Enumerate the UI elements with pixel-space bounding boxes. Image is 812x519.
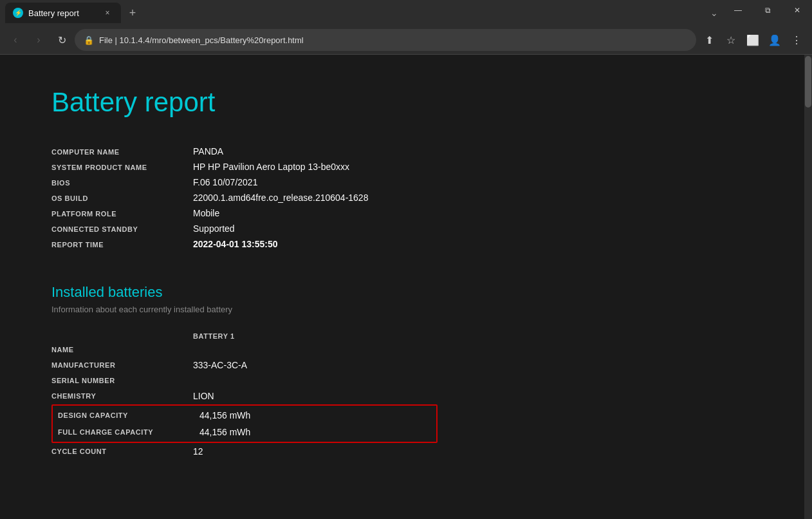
info-row-platform-role: PLATFORM ROLE Mobile [51, 205, 761, 221]
battery-col-header: BATTERY 1 [193, 332, 235, 340]
value-design-capacity: 44,156 mWh [199, 410, 328, 420]
restore-button[interactable]: ⧉ [753, 0, 782, 21]
close-button[interactable]: ✕ [782, 0, 812, 21]
info-row-bios: BIOS F.06 10/07/2021 [51, 175, 761, 190]
value-full-charge-capacity: 44,156 mWh [199, 427, 328, 437]
label-cycle-count: CYCLE COUNT [51, 448, 193, 455]
minimize-button[interactable]: — [723, 0, 753, 21]
scrollbar[interactable] [804, 55, 812, 519]
split-view-button[interactable]: ⬜ [743, 30, 763, 50]
value-cycle-count: 12 [193, 446, 322, 457]
label-system-product-name: SYSTEM PRODUCT NAME [51, 164, 193, 171]
battery-table: BATTERY 1 NAME MANUFACTURER 333-AC-3C-A … [51, 330, 438, 460]
battery-row-full-charge-capacity: FULL CHARGE CAPACITY 44,156 mWh [53, 424, 436, 440]
share-button[interactable]: ⬆ [699, 30, 719, 50]
tab-title: Battery report [28, 8, 97, 18]
label-bios: BIOS [51, 179, 193, 187]
browser-chrome: ⚡ Battery report × + ⌄ — ⧉ ✕ ‹ › ↻ 🔒 Fil… [0, 0, 812, 55]
value-platform-role: Mobile [193, 208, 219, 218]
battery-row-serial-number: SERIAL NUMBER [51, 373, 438, 388]
bookmark-button[interactable]: ☆ [721, 30, 741, 50]
info-row-os-build: OS BUILD 22000.1.amd64fre.co_release.210… [51, 190, 761, 205]
value-system-product-name: HP HP Pavilion Aero Laptop 13-be0xxx [193, 162, 349, 172]
info-row-computer-name: COMPUTER NAME PANDA [51, 144, 761, 159]
highlighted-capacity-rows: DESIGN CAPACITY 44,156 mWh FULL CHARGE C… [51, 404, 438, 443]
page-wrapper: Battery report COMPUTER NAME PANDA SYSTE… [0, 55, 812, 519]
installed-batteries-title: Installed batteries [51, 284, 761, 301]
battery-col-label-spacer [51, 332, 193, 340]
installed-batteries-subtitle: Information about each currently install… [51, 305, 761, 314]
label-name: NAME [51, 346, 193, 354]
label-design-capacity: DESIGN CAPACITY [58, 411, 199, 419]
value-report-time: 2022-04-01 13:55:50 [193, 239, 278, 249]
nav-actions: ⬆ ☆ ⬜ 👤 ⋮ [699, 30, 807, 50]
tab-favicon: ⚡ [13, 8, 23, 18]
value-connected-standby: Supported [193, 223, 235, 234]
value-bios: F.06 10/07/2021 [193, 177, 257, 187]
value-os-build: 22000.1.amd64fre.co_release.210604-1628 [193, 193, 368, 203]
value-computer-name: PANDA [193, 146, 223, 156]
label-full-charge-capacity: FULL CHARGE CAPACITY [58, 428, 199, 436]
battery-row-design-capacity: DESIGN CAPACITY 44,156 mWh [53, 407, 436, 424]
label-serial-number: SERIAL NUMBER [51, 377, 193, 384]
value-chemistry: LION [193, 391, 322, 401]
forward-button[interactable]: › [28, 30, 49, 50]
system-info-table: COMPUTER NAME PANDA SYSTEM PRODUCT NAME … [51, 144, 761, 252]
info-row-connected-standby: CONNECTED STANDBY Supported [51, 221, 761, 236]
nav-bar: ‹ › ↻ 🔒 File | 10.1.4.4/mro/between_pcs/… [0, 26, 812, 54]
menu-button[interactable]: ⋮ [786, 30, 807, 50]
reload-button[interactable]: ↻ [51, 30, 72, 50]
window-controls: — ⧉ ✕ [723, 0, 812, 26]
label-chemistry: CHEMISTRY [51, 392, 193, 400]
battery-row-cycle-count: CYCLE COUNT 12 [51, 443, 438, 460]
profile-button[interactable]: 👤 [764, 30, 785, 50]
address-bar[interactable]: 🔒 File | 10.1.4.4/mro/between_pcs/Batter… [75, 29, 696, 51]
info-row-system-product-name: SYSTEM PRODUCT NAME HP HP Pavilion Aero … [51, 159, 761, 175]
new-tab-button[interactable]: + [124, 4, 142, 22]
label-computer-name: COMPUTER NAME [51, 148, 193, 156]
tab-close-button[interactable]: × [102, 7, 113, 19]
address-text: File | 10.1.4.4/mro/between_pcs/Battery%… [99, 35, 687, 45]
battery-row-chemistry: CHEMISTRY LION [51, 388, 438, 404]
scrollbar-thumb[interactable] [805, 56, 811, 108]
battery-row-manufacturer: MANUFACTURER 333-AC-3C-A [51, 357, 438, 373]
value-manufacturer: 333-AC-3C-A [193, 360, 322, 370]
label-connected-standby: CONNECTED STANDBY [51, 225, 193, 233]
tab-overflow-button[interactable]: ⌄ [705, 4, 723, 22]
active-tab[interactable]: ⚡ Battery report × [5, 3, 121, 23]
label-os-build: OS BUILD [51, 194, 193, 202]
page-content: Battery report COMPUTER NAME PANDA SYSTE… [0, 55, 812, 519]
info-row-report-time: REPORT TIME 2022-04-01 13:55:50 [51, 236, 761, 252]
installed-batteries-section: Installed batteries Information about ea… [51, 284, 761, 460]
label-manufacturer: MANUFACTURER [51, 361, 193, 369]
label-platform-role: PLATFORM ROLE [51, 210, 193, 218]
page-title: Battery report [51, 87, 761, 118]
battery-header-row: BATTERY 1 [51, 330, 438, 343]
label-report-time: REPORT TIME [51, 241, 193, 249]
address-security-icon: 🔒 [84, 35, 94, 45]
back-button[interactable]: ‹ [5, 30, 26, 50]
battery-row-name: NAME [51, 343, 438, 357]
